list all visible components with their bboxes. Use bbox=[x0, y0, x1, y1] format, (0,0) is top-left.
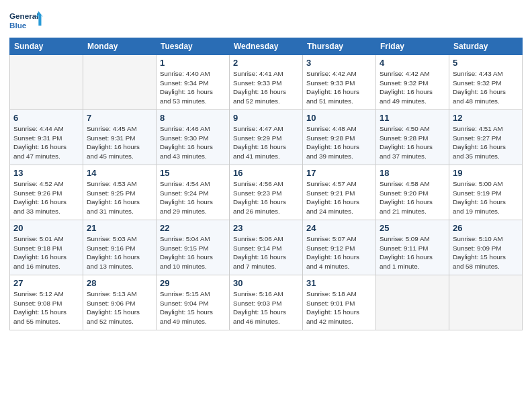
day-number: 30 bbox=[233, 278, 299, 288]
calendar-table: SundayMondayTuesdayWednesdayThursdayFrid… bbox=[9, 38, 523, 330]
calendar-cell: 22Sunrise: 5:04 AMSunset: 9:15 PMDayligh… bbox=[157, 220, 230, 275]
calendar-cell: 14Sunrise: 4:53 AMSunset: 9:25 PMDayligh… bbox=[83, 165, 157, 220]
calendar-cell: 31Sunrise: 5:18 AMSunset: 9:01 PMDayligh… bbox=[303, 275, 376, 330]
calendar-cell: 15Sunrise: 4:54 AMSunset: 9:24 PMDayligh… bbox=[157, 165, 230, 220]
day-number: 28 bbox=[87, 278, 152, 288]
logo: General Blue bbox=[9, 8, 43, 32]
day-info: Sunrise: 4:45 AMSunset: 9:31 PMDaylight:… bbox=[87, 124, 152, 161]
calendar-cell bbox=[449, 275, 523, 330]
calendar-cell: 3Sunrise: 4:42 AMSunset: 9:33 PMDaylight… bbox=[303, 55, 376, 110]
day-info: Sunrise: 4:53 AMSunset: 9:25 PMDaylight:… bbox=[87, 179, 152, 216]
day-number: 18 bbox=[380, 168, 445, 178]
svg-text:Blue: Blue bbox=[9, 21, 27, 30]
page: General Blue SundayMondayTuesdayWednesda… bbox=[0, 0, 532, 411]
day-info: Sunrise: 4:47 AMSunset: 9:29 PMDaylight:… bbox=[233, 124, 299, 161]
day-info: Sunrise: 4:56 AMSunset: 9:23 PMDaylight:… bbox=[233, 179, 299, 216]
day-info: Sunrise: 5:01 AMSunset: 9:18 PMDaylight:… bbox=[13, 234, 79, 271]
day-number: 14 bbox=[87, 168, 152, 178]
day-info: Sunrise: 4:40 AMSunset: 9:34 PMDaylight:… bbox=[160, 69, 226, 106]
calendar-cell: 13Sunrise: 4:52 AMSunset: 9:26 PMDayligh… bbox=[10, 165, 83, 220]
day-info: Sunrise: 5:13 AMSunset: 9:06 PMDaylight:… bbox=[87, 289, 152, 326]
calendar-cell bbox=[83, 55, 157, 110]
calendar-cell: 23Sunrise: 5:06 AMSunset: 9:14 PMDayligh… bbox=[230, 220, 303, 275]
header-sunday: Sunday bbox=[10, 38, 83, 55]
day-number: 1 bbox=[160, 58, 226, 68]
day-number: 23 bbox=[233, 223, 299, 233]
logo-svg: General Blue bbox=[9, 8, 43, 32]
calendar-cell: 30Sunrise: 5:16 AMSunset: 9:03 PMDayligh… bbox=[230, 275, 303, 330]
calendar-cell: 28Sunrise: 5:13 AMSunset: 9:06 PMDayligh… bbox=[83, 275, 157, 330]
calendar-cell: 4Sunrise: 4:42 AMSunset: 9:32 PMDaylight… bbox=[376, 55, 449, 110]
day-number: 15 bbox=[160, 168, 226, 178]
calendar-cell: 29Sunrise: 5:15 AMSunset: 9:04 PMDayligh… bbox=[157, 275, 230, 330]
calendar-cell: 24Sunrise: 5:07 AMSunset: 9:12 PMDayligh… bbox=[303, 220, 376, 275]
day-number: 6 bbox=[13, 113, 79, 123]
day-info: Sunrise: 5:07 AMSunset: 9:12 PMDaylight:… bbox=[306, 234, 372, 271]
day-number: 5 bbox=[453, 58, 519, 68]
day-info: Sunrise: 5:18 AMSunset: 9:01 PMDaylight:… bbox=[306, 289, 372, 326]
day-info: Sunrise: 5:09 AMSunset: 9:11 PMDaylight:… bbox=[380, 234, 445, 271]
calendar-cell bbox=[10, 55, 83, 110]
day-number: 11 bbox=[380, 113, 445, 123]
svg-text:General: General bbox=[9, 11, 38, 20]
week-row-4: 20Sunrise: 5:01 AMSunset: 9:18 PMDayligh… bbox=[10, 220, 523, 275]
day-info: Sunrise: 4:42 AMSunset: 9:33 PMDaylight:… bbox=[306, 69, 372, 106]
day-number: 26 bbox=[453, 223, 519, 233]
day-info: Sunrise: 5:15 AMSunset: 9:04 PMDaylight:… bbox=[160, 289, 226, 326]
day-number: 22 bbox=[160, 223, 226, 233]
day-info: Sunrise: 5:03 AMSunset: 9:16 PMDaylight:… bbox=[87, 234, 152, 271]
day-info: Sunrise: 4:54 AMSunset: 9:24 PMDaylight:… bbox=[160, 179, 226, 216]
calendar-cell: 21Sunrise: 5:03 AMSunset: 9:16 PMDayligh… bbox=[83, 220, 157, 275]
day-info: Sunrise: 4:52 AMSunset: 9:26 PMDaylight:… bbox=[13, 179, 79, 216]
day-info: Sunrise: 5:12 AMSunset: 9:08 PMDaylight:… bbox=[13, 289, 79, 326]
week-row-5: 27Sunrise: 5:12 AMSunset: 9:08 PMDayligh… bbox=[10, 275, 523, 330]
day-number: 2 bbox=[233, 58, 299, 68]
header-monday: Monday bbox=[83, 38, 157, 55]
week-row-2: 6Sunrise: 4:44 AMSunset: 9:31 PMDaylight… bbox=[10, 110, 523, 165]
calendar-cell: 27Sunrise: 5:12 AMSunset: 9:08 PMDayligh… bbox=[10, 275, 83, 330]
calendar-cell: 7Sunrise: 4:45 AMSunset: 9:31 PMDaylight… bbox=[83, 110, 157, 165]
header-wednesday: Wednesday bbox=[230, 38, 303, 55]
calendar-cell: 12Sunrise: 4:51 AMSunset: 9:27 PMDayligh… bbox=[449, 110, 523, 165]
header-tuesday: Tuesday bbox=[157, 38, 230, 55]
calendar-cell: 20Sunrise: 5:01 AMSunset: 9:18 PMDayligh… bbox=[10, 220, 83, 275]
day-number: 29 bbox=[160, 278, 226, 288]
calendar-cell: 18Sunrise: 4:58 AMSunset: 9:20 PMDayligh… bbox=[376, 165, 449, 220]
day-info: Sunrise: 4:57 AMSunset: 9:21 PMDaylight:… bbox=[306, 179, 372, 216]
day-number: 16 bbox=[233, 168, 299, 178]
day-info: Sunrise: 5:04 AMSunset: 9:15 PMDaylight:… bbox=[160, 234, 226, 271]
day-number: 25 bbox=[380, 223, 445, 233]
calendar-cell: 1Sunrise: 4:40 AMSunset: 9:34 PMDaylight… bbox=[157, 55, 230, 110]
calendar-cell: 17Sunrise: 4:57 AMSunset: 9:21 PMDayligh… bbox=[303, 165, 376, 220]
calendar-cell: 19Sunrise: 5:00 AMSunset: 9:19 PMDayligh… bbox=[449, 165, 523, 220]
day-info: Sunrise: 4:46 AMSunset: 9:30 PMDaylight:… bbox=[160, 124, 226, 161]
day-number: 8 bbox=[160, 113, 226, 123]
header: General Blue bbox=[9, 8, 523, 32]
day-number: 13 bbox=[13, 168, 79, 178]
week-row-3: 13Sunrise: 4:52 AMSunset: 9:26 PMDayligh… bbox=[10, 165, 523, 220]
day-number: 9 bbox=[233, 113, 299, 123]
day-info: Sunrise: 4:50 AMSunset: 9:28 PMDaylight:… bbox=[380, 124, 445, 161]
calendar-cell: 2Sunrise: 4:41 AMSunset: 9:33 PMDaylight… bbox=[230, 55, 303, 110]
calendar-cell bbox=[376, 275, 449, 330]
day-info: Sunrise: 5:06 AMSunset: 9:14 PMDaylight:… bbox=[233, 234, 299, 271]
day-number: 4 bbox=[380, 58, 445, 68]
calendar-cell: 8Sunrise: 4:46 AMSunset: 9:30 PMDaylight… bbox=[157, 110, 230, 165]
day-number: 3 bbox=[306, 58, 372, 68]
calendar-cell: 25Sunrise: 5:09 AMSunset: 9:11 PMDayligh… bbox=[376, 220, 449, 275]
header-saturday: Saturday bbox=[449, 38, 523, 55]
day-number: 12 bbox=[453, 113, 519, 123]
header-friday: Friday bbox=[376, 38, 449, 55]
day-info: Sunrise: 4:41 AMSunset: 9:33 PMDaylight:… bbox=[233, 69, 299, 106]
calendar-header-row: SundayMondayTuesdayWednesdayThursdayFrid… bbox=[10, 38, 523, 55]
day-info: Sunrise: 4:43 AMSunset: 9:32 PMDaylight:… bbox=[453, 69, 519, 106]
day-info: Sunrise: 4:58 AMSunset: 9:20 PMDaylight:… bbox=[380, 179, 445, 216]
day-number: 19 bbox=[453, 168, 519, 178]
calendar-cell: 9Sunrise: 4:47 AMSunset: 9:29 PMDaylight… bbox=[230, 110, 303, 165]
day-info: Sunrise: 5:00 AMSunset: 9:19 PMDaylight:… bbox=[453, 179, 519, 216]
day-info: Sunrise: 4:48 AMSunset: 9:28 PMDaylight:… bbox=[306, 124, 372, 161]
day-number: 31 bbox=[306, 278, 372, 288]
calendar-cell: 26Sunrise: 5:10 AMSunset: 9:09 PMDayligh… bbox=[449, 220, 523, 275]
calendar-cell: 6Sunrise: 4:44 AMSunset: 9:31 PMDaylight… bbox=[10, 110, 83, 165]
week-row-1: 1Sunrise: 4:40 AMSunset: 9:34 PMDaylight… bbox=[10, 55, 523, 110]
